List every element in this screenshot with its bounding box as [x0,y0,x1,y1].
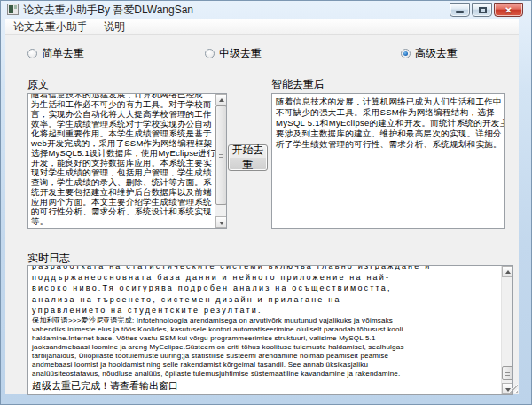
radio-label: 高级去重 [415,47,458,59]
menu-item-main[interactable]: 论文去重小助手 [5,19,96,35]
radio-label: 中级去重 [219,47,262,59]
close-icon: ✕ [505,5,512,15]
scroll-up-icon [505,270,511,274]
client-area: 简单去重 中级去重 高级去重 原文 智能去重后 实时日志 随着信息技术的迅猛发展… [5,35,519,394]
result-text-label: 智能去重后 [271,77,325,92]
maximize-button[interactable] [472,3,492,17]
log-status-text: 超级去重已完成！请查看输出窗口 [32,379,498,392]
scroll-down-icon [219,222,224,225]
radio-circle-icon [27,49,37,58]
minimize-button[interactable] [450,3,470,17]
radio-medium-dedup[interactable]: 中级去重 [205,47,262,59]
original-scrollbar[interactable] [215,94,226,228]
menu-bar: 论文去重小助手 说明 [5,19,519,35]
radio-advanced-dedup[interactable]: 高级去重 [401,47,458,59]
result-textarea[interactable]: 随着信息技术的发展，计算机网络已成为人们生活和工作中 不可缺少的强大工具。采用S… [271,93,505,229]
title-bar[interactable]: 论文去重小助手By 吾爱DLWangSan ✕ [1,1,531,19]
dedup-mode-group: 简单去重 中级去重 高级去重 [5,47,519,61]
log-textarea[interactable]: разработката на статистическите системи … [27,265,513,395]
radio-circle-selected-icon [401,49,411,58]
window-title: 论文去重小助手By 吾爱DLWangSan [23,1,193,19]
radio-label: 简单去重 [42,47,84,59]
original-text-label: 原文 [27,77,49,92]
scroll-up-button[interactable] [502,266,513,277]
caption-buttons: ✕ [450,3,523,17]
original-textarea[interactable]: 随着信息技术的迅猛发展，计算机网络已经成 为生活和工作必不可少的有力工具。对于学… [27,93,227,229]
log-scrollbar[interactable] [501,266,512,394]
app-window: 论文去重小助手By 吾爱DLWangSan ✕ 论文去重小助手 说明 简单去重 … [0,0,532,405]
scroll-up-button[interactable] [215,94,227,105]
log-label: 实时日志 [27,251,70,266]
scrollbar-thumb[interactable] [502,366,513,380]
result-text-content: 随着信息技术的发展，计算机网络已成为人们生活和工作中 不可缺少的强大工具。采用S… [276,97,500,150]
log-estonian-text: 保加利亚语>>>爱沙尼亚语完成: Infotehnoloogia arendam… [32,316,498,378]
radio-simple-dedup[interactable]: 简单去重 [27,47,84,59]
menu-item-help[interactable]: 说明 [96,19,133,35]
radio-circle-icon [205,49,215,58]
close-button[interactable]: ✕ [494,3,523,17]
log-content: разработката на статистическите системи … [32,265,498,394]
scroll-up-icon [219,98,224,102]
start-dedup-button[interactable]: 开始去重 [228,144,268,171]
log-bulgarian-text: разработката на статистическите системи … [32,265,498,316]
scrollbar-thumb[interactable] [215,105,227,205]
original-text-content: 随着信息技术的迅猛发展，计算机网络已经成 为生活和工作必不可少的有力工具。对于学… [31,93,212,226]
app-icon [7,4,19,15]
maximize-icon [479,7,487,13]
resize-grip[interactable] [507,383,518,393]
scroll-down-button[interactable] [215,216,227,228]
minimize-icon [456,11,464,13]
